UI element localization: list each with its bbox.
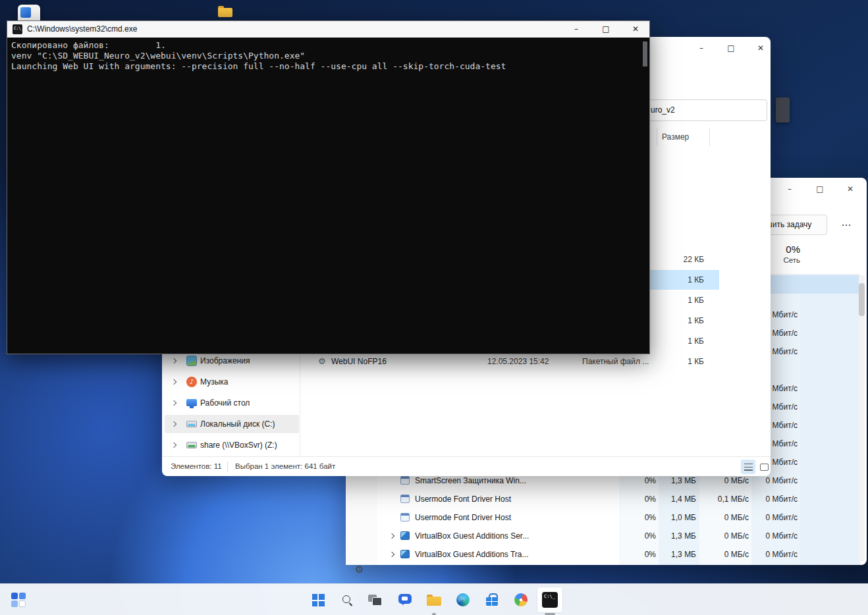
widgets-icon [11,593,26,607]
cmd-titlebar[interactable]: C:\_ C:\Windows\system32\cmd.exe – □ ✕ [7,21,649,38]
chat-button[interactable] [392,587,418,613]
start-button[interactable] [305,587,331,613]
app-window-icon [400,495,410,503]
large-icons-view-icon [760,464,769,471]
search-icon [341,594,353,606]
chevron-right-icon[interactable] [171,421,176,427]
virtualbox-icon [400,550,410,558]
edge-icon [456,593,470,606]
column-divider[interactable] [709,128,710,146]
scrollbar[interactable] [859,275,865,561]
local-disk-icon [186,421,197,427]
maximize-button[interactable]: □ [717,37,746,59]
search-button[interactable] [334,587,360,613]
cmd-window: C:\_ C:\Windows\system32\cmd.exe – □ ✕ С… [7,20,650,354]
process-row[interactable]: Usermode Font Driver Host 0% 1,4 МБ 0,1 … [382,490,859,508]
details-view-button[interactable] [741,460,755,474]
maximize-button[interactable]: □ [805,178,834,200]
expand-chevron-icon[interactable] [389,552,394,557]
maximize-button[interactable]: □ [595,21,617,38]
sidebar-item-local-disk-c[interactable]: Локальный диск (C:) [165,415,299,433]
sidebar-item-music[interactable]: ♪ Музыка [165,373,299,391]
dark-window-fragment[interactable] [776,97,790,122]
expand-chevron-icon[interactable] [389,533,394,539]
task-view-icon [368,595,381,605]
size-column-header[interactable]: Размер [662,128,689,146]
cmd-icon: C:\_ [13,24,22,34]
taskbar: C:\_ ENG 21:24 12.05.2023 [0,583,868,615]
widgets-button[interactable] [5,587,32,613]
console-output[interactable]: Скопировано файлов: 1. venv "C:\SD_WEBUI… [7,38,649,354]
chevron-right-icon[interactable] [171,442,176,448]
chevron-right-icon[interactable] [171,400,176,406]
virtualbox-icon [400,531,410,540]
background-window-fragment[interactable] [18,5,40,20]
pictures-icon [186,356,197,366]
pane-divider [300,346,300,456]
selection-info: Выбран 1 элемент: 641 байт [235,457,335,476]
sidebar-item-pictures[interactable]: Изображения [165,352,299,370]
desktop: – □ ✕ ⚙ Завершить задачу … 0% Сеть 0 Мби… [0,0,868,615]
folder-icon[interactable] [218,6,232,17]
scrollbar-thumb[interactable] [859,283,865,316]
scrollbar-thumb[interactable] [643,41,647,67]
process-row[interactable]: VirtualBox Guest Additions Tra... 0% 1,3… [382,545,859,564]
minimize-button[interactable]: – [775,178,804,200]
sidebar-item-desktop[interactable]: Рабочий стол [165,394,299,412]
address-bar-text: uro_v2 [651,99,675,121]
photos-button[interactable] [508,587,534,613]
items-count: Элементов: 11 [171,457,222,476]
app-window-icon [400,476,410,485]
minimize-button[interactable]: – [565,21,587,38]
chevron-right-icon[interactable] [171,379,176,385]
app-icon [20,7,31,18]
process-row[interactable]: VirtualBox Guest Additions Ser... 0% 1,3… [382,527,859,545]
status-divider [227,462,228,472]
minimize-button[interactable]: – [687,37,716,59]
details-view-icon [744,464,753,471]
app-window-icon [400,513,410,521]
column-divider[interactable] [657,128,657,146]
large-icons-view-button[interactable] [757,460,771,474]
close-button[interactable]: ✕ [746,37,775,59]
more-options-button[interactable]: … [838,215,855,232]
explorer-status-bar: Элементов: 11 Выбран 1 элемент: 641 байт [162,456,771,476]
chat-icon [398,594,412,606]
file-row[interactable]: ⚙ WebUI NoFP16 12.05.2023 15:42 Пакетный… [302,352,719,371]
edge-button[interactable] [450,587,476,613]
chevron-right-icon[interactable] [171,358,176,363]
windows-logo-icon [312,594,325,606]
photos-icon [512,591,529,608]
window-title: C:\Windows\system32\cmd.exe [27,21,137,38]
task-view-button[interactable] [362,587,388,613]
desktop-icon [186,399,197,406]
store-icon [485,593,499,606]
console-line: venv "C:\SD_WEBUI_Neuro_v2\webui\venv\Sc… [11,51,645,61]
close-button[interactable]: ✕ [836,178,865,200]
store-button[interactable] [479,587,505,613]
file-explorer-button[interactable] [421,587,447,613]
cmd-icon: C:\_ [542,592,558,608]
close-button[interactable]: ✕ [624,21,647,38]
music-icon: ♪ [186,377,197,387]
batch-file-icon: ⚙ [318,352,326,371]
sidebar-item-share-z[interactable]: share (\\VBoxSvr) (Z:) [165,436,299,454]
network-drive-icon [186,442,197,448]
console-line: Скопировано файлов: 1. [11,40,645,51]
settings-gear-icon[interactable]: ⚙ [355,564,364,575]
console-line: Launching Web UI with arguments: --preci… [11,61,645,72]
folder-icon [427,595,441,606]
cmd-taskbar-button[interactable]: C:\_ [537,587,563,613]
process-row[interactable]: Usermode Font Driver Host 0% 1,0 МБ 0 МБ… [382,508,859,527]
